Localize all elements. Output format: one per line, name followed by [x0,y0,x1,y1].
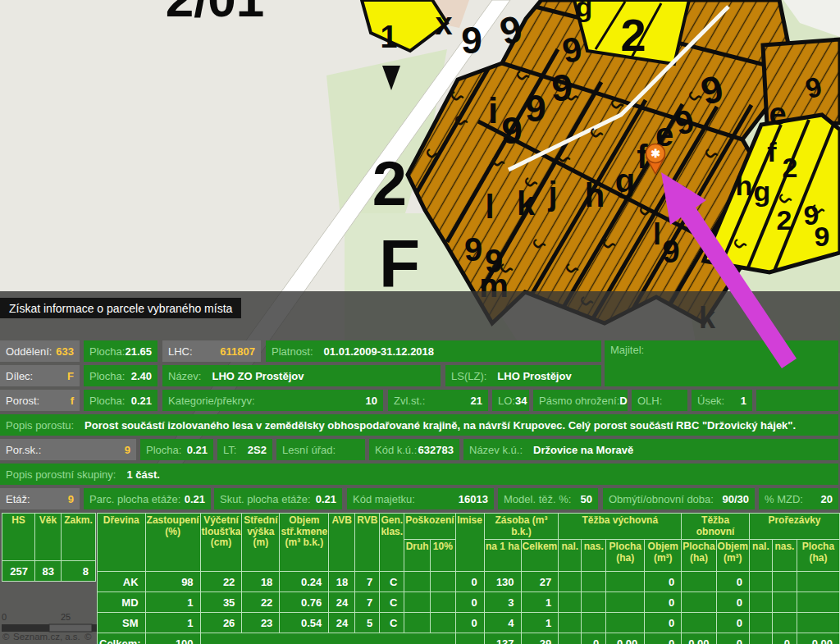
stat-cell [772,592,797,613]
info-label-por-sk: Por.sk.: [6,444,41,456]
info-cell-kategorie-prekryv: Kategorie/překryv:10 [162,390,383,411]
col-celkem: Celkem [521,540,559,572]
stat-cell: C [380,592,404,613]
stat-cell: 1 [145,613,200,633]
info-cell-plocha-porsk: Plocha:0.21 [140,439,213,460]
stat-cell: 0.00 [682,633,716,644]
col-10pct: 10% [430,540,455,572]
info-cell-nazev-ku: Název k.ú.:Držovice na Moravě [463,439,838,460]
info-cell-spare [756,390,838,411]
species-row: AK9822180.24187C01302700 [98,572,840,592]
stand-summary-table: HS Věk Zakm. 257838 [2,513,96,582]
info-label-skut-plocha-etaze: Skut. plocha etáže: [220,493,311,505]
info-value-popis-skupiny: 1 část. [126,468,159,481]
col-nas-2: nas. [772,540,797,572]
info-cell-lo: LO:34 [492,390,529,411]
stat-cell: 8 [62,561,96,582]
col-objem-1: Objem (m³) [645,540,682,572]
col-hs: HS [2,514,35,561]
info-label-etaz: Etáž: [6,493,30,505]
stat-cell [797,613,839,633]
stat-cell: 83 [35,561,62,582]
info-cell-mzd: % MZD:20 [759,488,838,509]
info-cell-lt: LT:2S2 [217,439,272,460]
map-label: 2 [620,9,646,61]
stat-cell: 0 [582,633,606,644]
stat-cell: 18 [329,572,355,592]
info-value-plocha-dilec: 2.40 [131,370,152,382]
info-value-lt: 2S2 [248,444,267,456]
map-tooltip: Získat informace o parcele vybraného mís… [0,298,241,318]
stat-cell [559,613,582,633]
map-label: e [769,97,786,131]
stat-cell: 0 [645,633,682,644]
info-cell-skut-plocha-etaze: Skut. plocha etáže:0.21 [214,488,342,509]
stat-cell: 1 [521,613,559,633]
stat-cell: 98 [145,572,200,592]
stat-cell [582,572,606,592]
info-cell-porost: Porost:f [0,390,80,411]
stat-cell [682,572,716,592]
info-value-kod-majetku: 16013 [459,493,488,505]
info-value-lhc: 611807 [220,345,255,358]
info-label-oddeleni: Oddělení: [6,345,52,358]
stat-cell: 7 [355,572,380,592]
map-label: 1 [380,20,397,54]
stat-cell [772,613,797,633]
stat-cell: 1 [521,592,559,613]
info-cell-plocha-porost: Plocha:0.21 [84,390,158,411]
stat-cell [749,633,772,644]
info-cell-kod-majetku: Kód majetku:16013 [347,488,494,509]
stat-cell: MD [98,592,146,613]
info-value-nazev-ku: Držovice na Moravě [533,444,633,456]
info-label-lo: LO: [498,395,515,407]
stat-cell: 0 [455,592,484,613]
stat-cell: 130 [484,572,521,592]
stat-cell [772,572,797,592]
stat-cell: C [380,572,404,592]
stat-cell: 29 [521,633,559,644]
col-imise: Imise [455,514,484,572]
info-value-dilec: F [67,370,74,382]
info-cell-etaz: Etáž:9 [0,488,80,509]
info-cell-usek: Úsek:1 [692,390,752,411]
map-label: 9 [662,235,679,269]
stat-cell [404,572,431,592]
stat-cell [749,613,772,633]
map-label: 9 [461,19,482,62]
stat-cell: Celkem: [98,633,146,644]
stat-cell: 35 [200,592,242,613]
stat-cell: 0 [716,592,749,613]
map-label: g [576,0,593,22]
col-rvb: RVB [355,514,380,572]
info-label-popis-skupiny: Popis porostní skupiny: [6,468,116,481]
stat-cell: 3 [484,592,521,613]
group-tezba-vychovna: Těžba výchovná [559,514,682,540]
info-value-plocha-oddeleni: 21.65 [125,345,152,358]
stat-cell [559,592,582,613]
info-cell-popis-porostu: Popis porostu:Porost součástí izolovanéh… [0,414,838,436]
info-value-obmyti: 90/30 [722,493,749,505]
info-cell-popis-skupiny: Popis porostní skupiny:1 část. [0,464,838,485]
map-label: x [435,7,452,41]
info-value-kategorie-prekryv: 10 [366,395,377,407]
col-plocha-2: Plocha (ha) [682,540,716,572]
stat-cell: 24 [329,592,355,613]
map-label: h [736,170,753,201]
stat-cell: SM [98,613,146,633]
stat-cell [682,613,716,633]
stat-cell: 0 [716,613,749,633]
info-cell-lesni-urad: Lesní úřad: [276,439,365,460]
col-objem-kmene: Objem stř.kmene (m³ b.k.) [280,514,329,572]
group-poskozeni: Poškození [404,514,455,540]
stat-cell [404,613,431,633]
stat-cell [606,572,645,592]
stat-cell: 22 [242,592,280,613]
map-label: 2 [372,148,407,218]
info-cell-pasmo-ohrozeni: Pásmo ohrožení:D [533,390,628,411]
info-label-lhc: LHC: [168,345,193,358]
stat-cell [430,592,455,613]
species-row: SM126230.54245C04100 [98,613,840,633]
info-value-porost: f [71,395,74,407]
stat-cell [430,572,455,592]
